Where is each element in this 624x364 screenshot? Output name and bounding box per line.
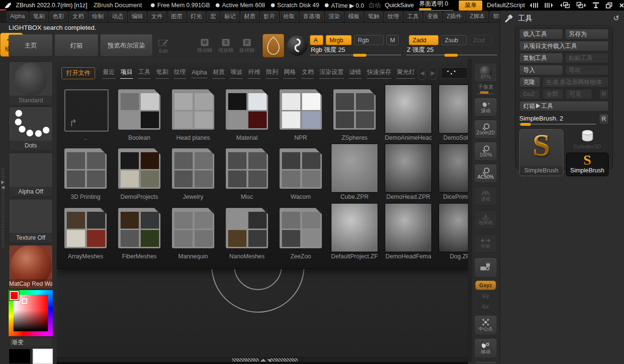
menubar-item[interactable]: 文档 [69, 12, 87, 22]
make-polymesh-button[interactable]: 生成 多边形网格物体 [542, 77, 609, 87]
move-axis-button[interactable]: M 移动轴 [195, 36, 214, 57]
scrollbar-grip-right[interactable] [271, 358, 298, 362]
scale-axis-button[interactable]: S 缩放轴 [216, 36, 235, 57]
local-symmetry-gz-button[interactable]: Gz [473, 303, 498, 309]
partial-button[interactable] [474, 361, 497, 364]
menubar-item[interactable]: 首选项 [300, 12, 324, 22]
lightbox-item[interactable]: Dog.ZPR [435, 202, 468, 261]
lightbox-item[interactable]: Cube.ZPR [328, 143, 381, 202]
divider-bars-left-icon[interactable] [529, 2, 538, 8]
mode-button-a[interactable]: A [310, 35, 323, 45]
actual-size-button[interactable]: 100% [474, 142, 497, 161]
lightbox-tab[interactable]: Alpha [191, 68, 208, 78]
divider-bars-right-icon[interactable] [545, 2, 553, 8]
mode-button-rgb[interactable]: Rgb [354, 35, 384, 45]
rgb-intensity-handle[interactable] [353, 54, 367, 57]
scrollbar-grip-left[interactable] [232, 358, 259, 362]
zscript-label[interactable]: DefaultZScript [487, 2, 525, 9]
lightbox-item[interactable]: Wacom [274, 143, 328, 202]
z-intensity-handle[interactable] [444, 54, 458, 57]
lightbox-tab[interactable]: 噪波 [230, 67, 243, 79]
color-picker[interactable] [9, 290, 53, 336]
goz-button[interactable]: GoZ [519, 89, 540, 99]
lightbox-tab[interactable]: 网格 [283, 67, 296, 79]
subpixel-slider[interactable] [477, 91, 494, 94]
color-picker-cursor[interactable] [22, 298, 27, 304]
current-texture-slot-button[interactable]: Texture Off [9, 199, 53, 243]
lightbox-item[interactable]: Jewelry [166, 143, 220, 202]
active-tool-slider[interactable]: SimpleBrush. 2 R [519, 113, 609, 125]
menubar-item[interactable]: 笔刷 [30, 12, 48, 22]
menubar-item[interactable]: Z插件 [443, 12, 465, 22]
menubar-item[interactable]: 编辑 [128, 12, 147, 22]
tool-item-simplebrush-selected[interactable]: S SimpleBrush [566, 153, 609, 176]
close-window-icon[interactable]: ✕ [619, 2, 624, 9]
preview-boolean-button[interactable]: 预览布尔渲染 [100, 35, 153, 57]
mode-button-zsub[interactable]: Zsub [441, 35, 467, 45]
lightbox-item[interactable]: Material [220, 84, 274, 143]
current-material-slot-button[interactable]: MatCap Red Wax [9, 245, 53, 289]
menubar-item[interactable]: 拾取 [280, 12, 298, 22]
tool-item-cylinder3d[interactable]: Cylinder3D [566, 129, 609, 151]
shade-window-icon[interactable] [593, 2, 599, 8]
lightbox-item[interactable]: DemoProjects [112, 143, 166, 202]
menubar-item[interactable]: 文件 [148, 12, 166, 22]
frame-center-button[interactable]: 中心点 [474, 315, 497, 335]
menubar-item[interactable]: 动态 [109, 12, 127, 22]
lightbox-item[interactable]: ZSpheres [328, 84, 381, 143]
bpr-render-button[interactable]: BPR [474, 63, 497, 82]
current-tool-thumbnail[interactable]: S SimpleBrush [519, 129, 563, 176]
mode-button-m[interactable]: M [386, 35, 399, 45]
lightbox-item[interactable]: ↱.. [59, 84, 112, 143]
tool-palette-header[interactable]: 工具 ↺ [500, 11, 624, 25]
lightbox-item[interactable]: ZeeZoo [274, 202, 328, 261]
antialiased-half-button[interactable]: AC50% [474, 164, 497, 183]
scroll-canvas-button[interactable]: 滚动 [474, 97, 497, 117]
lightbox-prev-icon[interactable]: ◀ [418, 67, 426, 80]
color-picker-field[interactable] [13, 295, 48, 331]
move-canvas-button[interactable]: 移动 [474, 338, 497, 358]
menubar-item[interactable]: 纹理 [384, 12, 403, 22]
lightbox-tab[interactable]: 纹理 [173, 67, 186, 79]
load-from-project-button[interactable]: 从项目文件载入工具 [519, 41, 609, 51]
lightbox-tab[interactable]: 滤镜 [349, 67, 362, 79]
lightbox-item[interactable]: DemoAnimeHeac [381, 84, 435, 143]
rgb-intensity-slider[interactable]: Rgb 强度 25 [310, 46, 401, 57]
restore-window-icon[interactable] [606, 2, 612, 9]
lightbox-item[interactable]: Misc [220, 143, 274, 202]
menubar-item[interactable]: 绘制 [89, 12, 107, 22]
ui-transparency-slider[interactable]: 界面透明 0 [419, 0, 453, 11]
lightbox-tab[interactable]: 打开文件 [61, 67, 95, 79]
menu-button[interactable]: 菜单 [459, 0, 482, 11]
lightbox-tab[interactable]: 笔刷 [156, 67, 169, 79]
perspective-button[interactable]: 透视 [474, 186, 497, 206]
ui-transparency-track[interactable] [419, 8, 453, 11]
current-brush-button[interactable]: Standard [9, 61, 53, 106]
secondary-color-swatch[interactable] [9, 349, 31, 364]
menubar-item[interactable]: 图层 [168, 12, 186, 22]
lightbox-tab[interactable]: 渲染设置 [319, 67, 344, 79]
lightbox-item[interactable]: DicePrimitives [435, 143, 468, 202]
goz-all-button[interactable]: 全部 [542, 89, 563, 99]
menubar-item[interactable]: 色彩 [49, 12, 68, 22]
lightbox-item[interactable]: Head planes [166, 84, 220, 143]
lightbox-item[interactable]: Boolean [112, 84, 166, 143]
lightbox-item[interactable]: NanoMeshes [220, 202, 274, 261]
active-tool-slider-handle[interactable] [520, 123, 531, 126]
rotate-axis-button[interactable]: R 旋转轴 [237, 36, 257, 57]
ui-transparency-handle[interactable] [419, 8, 431, 10]
lightbox-tab[interactable]: 聚光灯 [396, 67, 416, 79]
lightbox-to-tool-button[interactable]: 灯箱▶工具 [519, 101, 609, 111]
palette-restore-icon[interactable]: ↺ [613, 14, 619, 23]
document-canvas[interactable]: 打开文件最近项目工具笔刷纹理Alpha材质噪波纤维阵列网格文档渲染设置滤镜快速保… [57, 59, 468, 356]
import-button[interactable]: 导入 [519, 65, 563, 75]
lightbox-item[interactable]: Mannequin [166, 202, 220, 261]
clone-button[interactable]: 克隆 [519, 77, 540, 87]
lightbox-item[interactable]: 3D Printing [59, 143, 112, 202]
menubar-item[interactable]: 渲染 [325, 12, 343, 22]
lightbox-tab[interactable]: 纤维 [248, 67, 261, 79]
menubar-item[interactable]: Alpha [7, 12, 28, 22]
menubar-item[interactable]: 灯光 [187, 12, 206, 22]
lightbox-item[interactable]: NPR [274, 84, 328, 143]
load-tool-button[interactable]: 载入工具 [519, 29, 563, 39]
